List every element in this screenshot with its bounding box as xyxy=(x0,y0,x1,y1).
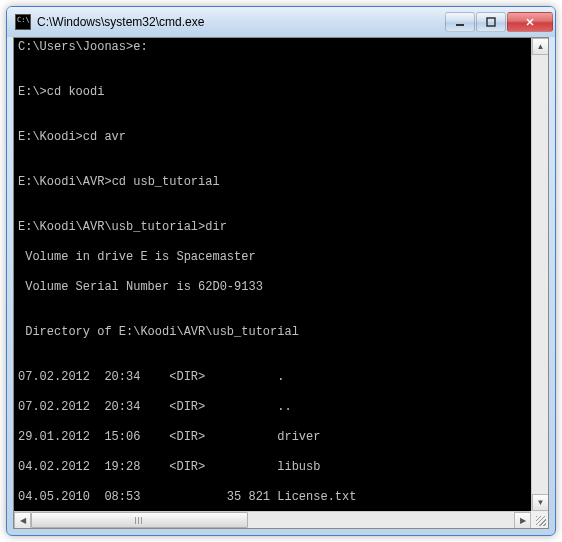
cmd-icon xyxy=(15,14,31,30)
minimize-button[interactable] xyxy=(445,12,475,32)
horizontal-scrollbar[interactable]: ◀ ▶ xyxy=(14,511,531,528)
terminal-output[interactable]: C:\Users\Joonas>e: E:\>cd koodi E:\Koodi… xyxy=(14,38,531,511)
dir-entry: 04.05.2010 08:53 35 821 License.txt xyxy=(18,490,527,505)
maximize-button[interactable] xyxy=(476,12,506,32)
svg-rect-1 xyxy=(487,18,495,26)
command: e: xyxy=(133,40,147,54)
window-controls xyxy=(445,12,553,32)
command: cd avr xyxy=(83,130,126,144)
dir-entry: 07.02.2012 20:34 <DIR> .. xyxy=(18,400,527,415)
output-line: Directory of E:\Koodi\AVR\usb_tutorial xyxy=(18,325,527,340)
hscroll-thumb[interactable] xyxy=(31,512,248,528)
prompt: E:\Koodi> xyxy=(18,130,83,144)
dir-entry: 07.02.2012 20:34 <DIR> . xyxy=(18,370,527,385)
hscroll-track[interactable] xyxy=(31,512,514,528)
titlebar[interactable]: C:\Windows\system32\cmd.exe xyxy=(7,7,555,37)
scroll-down-button[interactable]: ▼ xyxy=(532,494,548,511)
vscroll-track[interactable] xyxy=(532,55,548,494)
scroll-right-button[interactable]: ▶ xyxy=(514,512,531,529)
prompt: E:\> xyxy=(18,85,47,99)
cmd-window: C:\Windows\system32\cmd.exe C:\Users\Joo… xyxy=(6,6,556,536)
command: dir xyxy=(205,220,227,234)
scroll-left-button[interactable]: ◀ xyxy=(14,512,31,529)
vertical-scrollbar[interactable]: ▲ ▼ xyxy=(531,38,548,511)
output-line: Volume in drive E is Spacemaster xyxy=(18,250,527,265)
prompt: E:\Koodi\AVR\usb_tutorial> xyxy=(18,220,205,234)
scroll-up-button[interactable]: ▲ xyxy=(532,38,548,55)
close-button[interactable] xyxy=(507,12,553,32)
command: cd koodi xyxy=(47,85,105,99)
output-line: Volume Serial Number is 62D0-9133 xyxy=(18,280,527,295)
prompt: E:\Koodi\AVR> xyxy=(18,175,112,189)
svg-rect-0 xyxy=(456,24,464,26)
client-area: C:\Users\Joonas>e: E:\>cd koodi E:\Koodi… xyxy=(13,37,549,529)
dir-entry: 04.02.2012 19:28 <DIR> libusb xyxy=(18,460,527,475)
dir-entry: 29.01.2012 15:06 <DIR> driver xyxy=(18,430,527,445)
command: cd usb_tutorial xyxy=(112,175,220,189)
resize-grip[interactable] xyxy=(531,511,548,528)
prompt: C:\Users\Joonas> xyxy=(18,40,133,54)
window-title: C:\Windows\system32\cmd.exe xyxy=(37,15,445,29)
